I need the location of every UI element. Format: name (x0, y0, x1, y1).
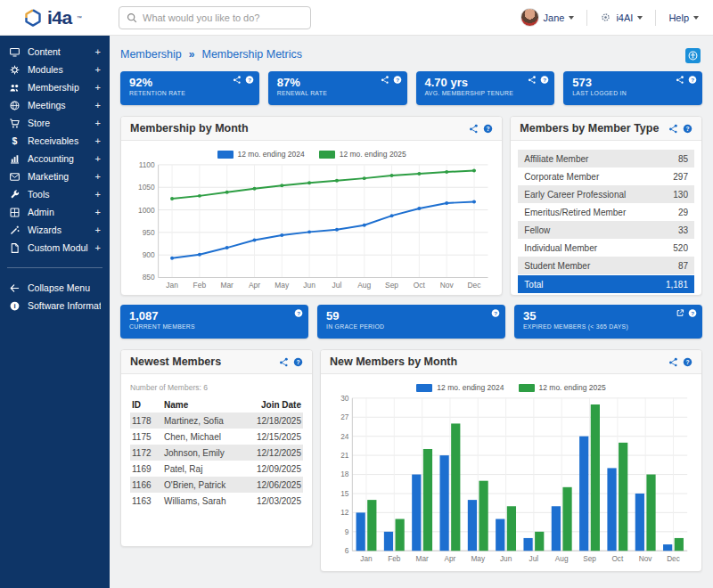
kpi-icons: ? (676, 308, 697, 317)
help-icon[interactable]: ? (683, 124, 693, 134)
svg-text:?: ? (297, 311, 300, 316)
legend-item[interactable]: 12 mo. ending 2025 (519, 383, 606, 392)
sidebar-item-collapse-menu[interactable]: Collapse Menu (0, 279, 110, 297)
sidebar-nav: Content+Modules+Membership+Meetings+Stor… (0, 36, 110, 588)
help-icon[interactable]: ? (393, 75, 402, 84)
kpi-value: 1,087 (129, 309, 301, 323)
svg-text:Jul: Jul (529, 555, 539, 563)
column-header: Join Date (248, 397, 303, 412)
svg-text:Jun: Jun (303, 281, 316, 290)
member-id-cell: 1163 (130, 493, 162, 509)
info-icon: i (9, 300, 20, 312)
new-members-by-month-card: New Members by Month ? 12 mo. ending 202… (320, 349, 702, 572)
sidebar-item-accounting[interactable]: Accounting+ (0, 150, 110, 167)
breadcrumb: Membership » Membership Metrics (120, 46, 702, 62)
help-icon[interactable]: ? (688, 75, 697, 84)
kpi-icons: ? (491, 308, 500, 317)
expand-plus-icon[interactable]: + (95, 242, 101, 253)
sidebar-item-receivables[interactable]: $Receivables+ (0, 132, 110, 150)
external-link-icon[interactable] (676, 308, 684, 317)
share-icon[interactable] (676, 75, 684, 84)
member-join-date-cell: 12/15/2025 (248, 429, 303, 445)
kpi-card: ?87%RENEWAL RATE (268, 71, 407, 105)
sidebar-item-meetings[interactable]: Meetings+ (0, 96, 110, 114)
breadcrumb-membership[interactable]: Membership (120, 48, 182, 61)
member-join-date-cell: 12/12/2025 (248, 445, 303, 461)
member-id-cell: 1169 (130, 461, 162, 477)
breadcrumb-current[interactable]: Membership Metrics (201, 48, 302, 61)
dollar-icon: $ (9, 135, 20, 147)
expand-plus-icon[interactable]: + (95, 46, 101, 57)
app-logo[interactable]: i4a ™ (0, 7, 110, 29)
column-header: Name (162, 397, 248, 412)
member-type-row: Fellow33 (518, 221, 694, 239)
sidebar-item-marketing[interactable]: Marketing+ (0, 167, 110, 185)
expand-plus-icon[interactable]: + (95, 171, 101, 182)
member-name-cell: Chen, Michael (162, 429, 248, 445)
svg-text:?: ? (543, 78, 546, 83)
expand-plus-icon[interactable]: + (95, 207, 101, 217)
member-join-date-cell: 12/09/2025 (248, 461, 303, 477)
svg-text:15: 15 (340, 490, 349, 498)
help-icon[interactable]: ? (683, 357, 693, 367)
member-type-row: Corporate Member297 (518, 167, 694, 185)
sidebar-item-software-information[interactable]: iSoftware Information (0, 297, 110, 314)
expand-plus-icon[interactable]: + (95, 118, 101, 128)
member-join-date-cell: 12/03/2025 (248, 493, 303, 509)
i4ai-menu[interactable]: i4AI (600, 12, 643, 23)
share-icon[interactable] (668, 357, 678, 367)
legend-item[interactable]: 12 mo. ending 2024 (416, 383, 504, 392)
expand-plus-icon[interactable]: + (95, 189, 101, 200)
sidebar-item-custom-modules[interactable]: Custom Modules+ (0, 239, 110, 257)
share-icon[interactable] (528, 75, 537, 84)
help-icon[interactable]: ? (688, 308, 697, 317)
sidebar-item-modules[interactable]: Modules+ (0, 61, 110, 78)
users-icon (9, 82, 20, 94)
sidebar-item-membership[interactable]: Membership+ (0, 78, 110, 96)
member-type-label: Individual Member (524, 243, 597, 253)
search-input[interactable] (143, 12, 303, 23)
kpi-card: ?92%RETENTION RATE (120, 71, 259, 105)
legend-item[interactable]: 12 mo. ending 2024 (217, 150, 305, 159)
expand-plus-icon[interactable]: + (95, 153, 101, 164)
legend-item[interactable]: 12 mo. ending 2025 (319, 150, 406, 159)
member-name-cell: Johnson, Emily (162, 445, 248, 461)
svg-text:Apr: Apr (445, 555, 456, 563)
svg-text:30: 30 (340, 395, 349, 403)
help-menu[interactable]: Help (668, 12, 699, 23)
logo-hexagon-icon (23, 8, 43, 28)
share-icon[interactable] (381, 75, 389, 84)
help-icon[interactable]: ? (491, 308, 500, 317)
share-icon[interactable] (668, 124, 678, 134)
sidebar-item-label: Modules (28, 64, 88, 75)
sidebar-item-store[interactable]: Store+ (0, 114, 110, 132)
card-header: Newest Members ? (121, 350, 312, 374)
envelope-icon (9, 171, 20, 183)
help-icon[interactable]: ? (540, 75, 549, 84)
share-icon[interactable] (469, 124, 479, 134)
accessibility-icon[interactable] (685, 48, 701, 63)
help-icon[interactable]: ? (294, 308, 303, 317)
expand-plus-icon[interactable]: + (95, 135, 101, 146)
help-icon[interactable]: ? (293, 357, 303, 367)
share-icon[interactable] (279, 357, 289, 367)
share-icon[interactable] (233, 75, 242, 84)
help-icon[interactable]: ? (245, 75, 254, 84)
sidebar-item-wizards[interactable]: Wizards+ (0, 221, 110, 239)
legend-label: 12 mo. ending 2024 (437, 383, 504, 392)
chart-legend: 12 mo. ending 202412 mo. ending 2025 (330, 383, 693, 392)
member-id-cell: 1178 (130, 412, 162, 429)
global-search[interactable] (119, 6, 311, 29)
expand-plus-icon[interactable]: + (95, 82, 101, 93)
svg-text:$: $ (12, 135, 18, 146)
sidebar-item-admin[interactable]: Admin+ (0, 203, 110, 221)
sidebar-item-content[interactable]: Content+ (0, 43, 110, 61)
expand-plus-icon[interactable]: + (95, 225, 101, 235)
expand-plus-icon[interactable]: + (95, 64, 101, 75)
user-menu[interactable]: Jane (520, 8, 575, 27)
sidebar-item-tools[interactable]: Tools+ (0, 185, 110, 203)
sidebar-item-label: Membership (28, 82, 88, 93)
expand-plus-icon[interactable]: + (95, 100, 101, 110)
help-icon[interactable]: ? (483, 124, 493, 134)
svg-text:12: 12 (340, 509, 349, 517)
